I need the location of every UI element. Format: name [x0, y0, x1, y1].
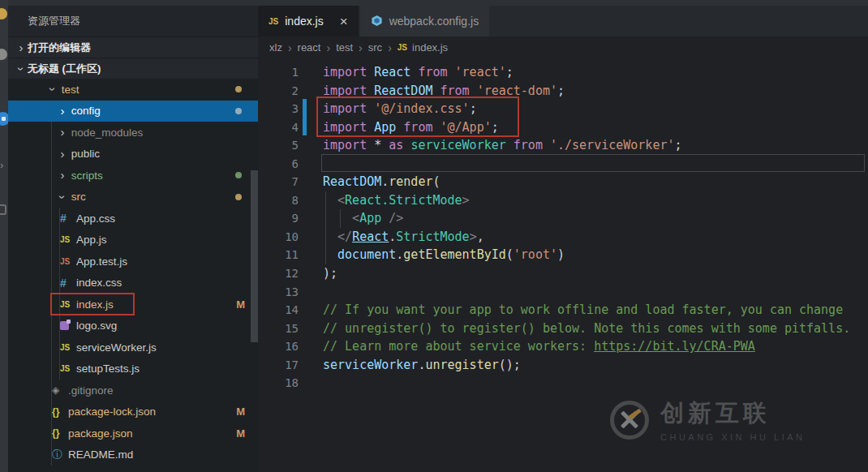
- tree-item-label: index.js: [76, 298, 114, 311]
- code-line-text: // Learn more about service workers: htt…: [323, 337, 755, 356]
- breadcrumb-item[interactable]: index.js: [412, 41, 448, 54]
- badge-dot: [235, 108, 242, 114]
- line-number: 9: [268, 209, 299, 228]
- tab-label: webpack.config.js: [389, 15, 479, 28]
- tree-item-label: index.css: [76, 277, 122, 289]
- code-line-text: import '@/index.css';: [323, 100, 477, 118]
- tree-file-package-lock.json[interactable]: {}package-lock.jsonM: [8, 401, 258, 423]
- chevron-right-icon[interactable]: ›: [57, 148, 68, 160]
- gray-square-icon[interactable]: [0, 204, 6, 215]
- code-line: 17serviceWorker.unregister();: [258, 356, 868, 375]
- tree-folder-src[interactable]: › src: [8, 187, 258, 208]
- breadcrumb[interactable]: xlz›react›test›src›JSindex.js: [258, 36, 868, 58]
- line-number: 11: [268, 246, 299, 264]
- json-file-icon: {}: [52, 427, 68, 439]
- tree-file-setupTests.js[interactable]: JSsetupTests.js: [8, 358, 258, 380]
- section-label: 打开的编辑器: [28, 41, 91, 55]
- tree-folder-public[interactable]: › public: [8, 144, 258, 165]
- code-line: 14// If you want your app to work offlin…: [258, 301, 868, 320]
- js-test-file-icon: JS: [60, 257, 76, 266]
- code-line: 9 <App />: [258, 209, 868, 228]
- tree-file-.gitignore[interactable]: ◈.gitignore: [8, 380, 258, 401]
- code-line-text: // If you want your app to work offline …: [323, 301, 843, 320]
- window-top-edge: [0, 0, 868, 6]
- code-line-text: <App />: [323, 209, 403, 228]
- line-number: 14: [268, 301, 299, 320]
- sidebar-section-workspace[interactable]: ›无标题 (工作区): [8, 58, 258, 79]
- section-label: 无标题 (工作区): [28, 62, 101, 76]
- line-number: 7: [268, 173, 299, 191]
- breadcrumb-separator-icon: ›: [288, 41, 292, 54]
- tree-file-App.test.js[interactable]: JSApp.test.js: [8, 251, 258, 272]
- code-line: 16// Learn more about service workers: h…: [258, 337, 868, 356]
- webpack-icon: [371, 15, 389, 28]
- gold-circle-icon[interactable]: [0, 8, 7, 19]
- chevron-down-icon[interactable]: ›: [15, 62, 27, 75]
- js-file-icon: JS: [60, 343, 76, 352]
- code-line-text: </React.StrictMode>,: [323, 228, 484, 247]
- line-number: 2: [268, 82, 299, 101]
- blue-badge-icon[interactable]: [0, 112, 8, 126]
- code-line: 3import '@/index.css';: [258, 100, 868, 118]
- line-number: 17: [268, 356, 299, 375]
- chevron-down-icon[interactable]: ›: [57, 191, 68, 203]
- tree-file-index.js[interactable]: JSindex.jsM: [8, 294, 258, 315]
- line-number: 16: [268, 337, 299, 356]
- code-line-text: serviceWorker.unregister();: [323, 356, 521, 375]
- tree-item-label: App.test.js: [76, 255, 127, 268]
- code-line: 7ReactDOM.render(: [258, 173, 868, 191]
- tree-file-serviceWorker.js[interactable]: JSserviceWorker.js: [8, 337, 258, 358]
- tree-item-label: App.css: [76, 212, 115, 225]
- js-file-icon: JS: [269, 17, 278, 26]
- css-file-icon: #: [60, 212, 76, 225]
- code-line-text: // unregister() to register() below. Not…: [323, 320, 850, 338]
- line-number: 13: [268, 283, 299, 302]
- tree-file-logo.svg[interactable]: logo.svg: [8, 315, 258, 337]
- explorer-sections: ›打开的编辑器›无标题 (工作区): [8, 36, 258, 79]
- sidebar-section-open-editors[interactable]: ›打开的编辑器: [8, 36, 258, 58]
- breadcrumb-item[interactable]: xlz: [269, 41, 282, 54]
- code-editor[interactable]: 1import React from 'react';2import React…: [258, 58, 868, 393]
- breadcrumb-item[interactable]: react: [298, 41, 321, 54]
- watermark-subtitle: CHUANG XIN HU LIAN: [660, 432, 806, 442]
- chevron-right-icon[interactable]: ›: [57, 127, 68, 138]
- readme-file-icon: ⓘ: [52, 448, 68, 462]
- chevron-right-icon[interactable]: ›: [57, 105, 68, 117]
- tree-item-label: public: [71, 148, 100, 160]
- chevron-right-icon[interactable]: ›: [57, 169, 68, 181]
- gray-arrow-icon[interactable]: ›: [0, 159, 3, 171]
- chevron-down-icon[interactable]: ›: [47, 84, 58, 95]
- line-number: 15: [268, 320, 299, 338]
- breadcrumb-item[interactable]: test: [336, 41, 353, 54]
- tree-folder-node_modules[interactable]: › node_modules: [8, 122, 258, 144]
- svg-file-icon: [60, 321, 69, 330]
- line-number: 12: [268, 264, 299, 283]
- tab-webpack.config.js[interactable]: webpack.config.js: [360, 6, 490, 36]
- explorer-title: 资源管理器: [8, 6, 258, 36]
- code-line-text: import React from 'react';: [323, 63, 513, 82]
- activity-bar[interactable]: ›: [0, 0, 8, 472]
- tree-file-index.css[interactable]: #index.css: [8, 272, 258, 294]
- chevron-right-icon[interactable]: ›: [15, 42, 28, 54]
- tree-item-label: package-lock.json: [68, 405, 156, 418]
- tree-item-label: scripts: [71, 169, 103, 182]
- tab-index.js[interactable]: JSindex.js×: [258, 6, 359, 36]
- tab-label: index.js: [285, 15, 323, 28]
- tree-folder-scripts[interactable]: › scripts: [8, 165, 258, 187]
- close-icon[interactable]: ×: [340, 15, 348, 28]
- tree-file-App.js[interactable]: JSApp.js: [8, 230, 258, 251]
- js-file-icon: JS: [60, 364, 76, 373]
- tree-file-App.css[interactable]: #App.css: [8, 208, 258, 230]
- js-file-icon: JS: [397, 43, 407, 52]
- file-tree: › test› config› node_modules› public› sc…: [8, 79, 258, 472]
- tree-file-package.json[interactable]: {}package.jsonM: [8, 423, 258, 444]
- tree-item-label: package.json: [68, 427, 133, 440]
- sidebar-scrollbar[interactable]: [251, 170, 258, 342]
- line-number: 8: [268, 191, 299, 210]
- breadcrumb-item[interactable]: src: [368, 41, 382, 54]
- tree-folder-test[interactable]: › test: [8, 79, 258, 101]
- tree-file-README.md[interactable]: ⓘREADME.md: [8, 444, 258, 466]
- tree-item-label: src: [71, 191, 86, 203]
- tree-folder-config[interactable]: › config: [8, 101, 258, 122]
- gray-circle-icon[interactable]: [0, 49, 7, 60]
